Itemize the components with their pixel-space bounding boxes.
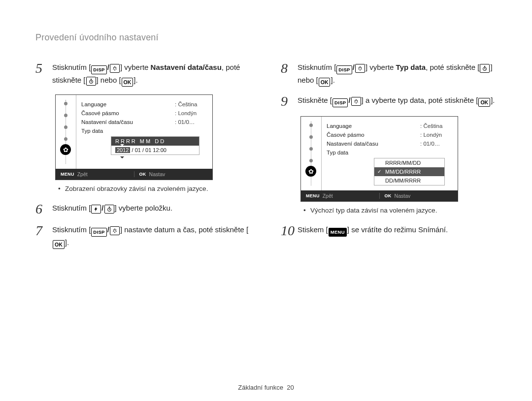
slash: / <box>101 204 103 212</box>
text: RRRR MM DD <box>115 138 166 144</box>
right-column: 8 Stisknutím [DISP/] vyberte Typ data, p… <box>281 62 497 257</box>
disp-key-icon: DISP <box>91 228 106 237</box>
step-body: Stisknutím [DISP/] vyberte Typ data, pot… <box>298 62 497 87</box>
menu-row-language: Language : Čeština <box>327 122 453 130</box>
menu-row-type: Typ data <box>81 126 207 135</box>
footer-back-label: Zpět <box>323 193 333 199</box>
date-format-header: RRRR MM DD <box>111 137 199 146</box>
screen-footer: MENU Zpět OK Nastav <box>56 169 212 180</box>
type-option: RRRR/MM/DD <box>374 158 444 167</box>
step-8: 8 Stisknutím [DISP/] vyberte Typ data, p… <box>281 62 497 87</box>
text: Stisknutím [ <box>52 63 91 71</box>
screen-sidebar: ✿ <box>301 117 322 190</box>
label: Typ data <box>81 128 103 134</box>
text: ] vyberte položku. <box>115 204 173 212</box>
text: Stiskem [ <box>298 225 328 234</box>
left-column: 5 Stisknutím [DISP/] vyberte Nastavení d… <box>35 62 251 257</box>
menu-key-icon: MENU <box>329 228 347 237</box>
text: ] nastavte datum a čas, poté stiskněte [ <box>120 225 248 234</box>
step-number: 5 <box>35 62 52 87</box>
type-option: DD/MM/RRRR <box>374 176 444 185</box>
ok-key-icon: OK <box>319 78 331 87</box>
text: ] a vyberte typ data, poté stiskněte [ <box>362 96 478 104</box>
menu-key-label: MENU <box>61 172 74 177</box>
note-left: Zobrazení obrazovky závisí na zvoleném j… <box>58 185 251 192</box>
step-number: 8 <box>281 62 298 87</box>
flower-key-icon <box>355 64 365 73</box>
label: Language <box>81 101 106 107</box>
step-body: Stisknutím [/] vyberte položku. <box>52 202 251 216</box>
menu-key-label: MENU <box>306 193 320 198</box>
step-number: 9 <box>281 94 298 108</box>
menu-row-timezone: Časové pásmo : Londýn <box>327 130 453 139</box>
text: ] se vrátíte do režimu Snímání. <box>347 225 448 234</box>
bold-text: Nastavení data/času <box>151 63 222 71</box>
step-number: 10 <box>281 224 298 238</box>
value: : 01/0… <box>175 119 207 125</box>
text: ] vyberte <box>366 63 396 71</box>
text: , poté stiskněte [ <box>426 63 479 71</box>
text: ] vyberte <box>120 63 151 71</box>
step-number: 6 <box>35 202 52 216</box>
menu-row-datetime: Nastavení data/času : 01/0… <box>81 118 207 126</box>
bold-text: Typ data <box>396 63 426 71</box>
gear-icon: ✿ <box>305 166 316 177</box>
step-10: 10 Stiskem [MENU] se vrátíte do režimu S… <box>281 224 497 238</box>
text: Stisknutím [ <box>52 204 91 212</box>
value: : 01/0… <box>420 141 453 147</box>
slash: / <box>107 225 109 234</box>
menu-row-timezone: Časové pásmo : Londýn <box>81 109 207 118</box>
screen-sidebar: ✿ <box>56 95 76 169</box>
flower-key-icon <box>110 226 120 235</box>
value: : Čeština <box>420 123 453 129</box>
disp-key-icon: DISP <box>91 65 106 74</box>
step-number: 7 <box>35 224 52 249</box>
ok-key-icon: OK <box>53 240 65 249</box>
text: ]. <box>491 96 495 104</box>
slash: / <box>353 63 355 71</box>
page-footer: Základní funkce 20 <box>0 384 532 391</box>
footer-section: Základní funkce <box>238 384 283 391</box>
footer-set-label: Nastav <box>395 193 411 199</box>
date-type-selector: RRRR/MM/DD MM/DD/RRRR DD/MM/RRRR <box>374 158 445 185</box>
value: : Londýn <box>420 132 453 138</box>
label: Časové pásmo <box>81 110 119 116</box>
ok-key-icon: OK <box>122 78 133 87</box>
menu-row-language: Language : Čeština <box>81 100 207 109</box>
timer-key-icon <box>86 77 96 86</box>
flower-key-icon <box>110 64 120 73</box>
flower-key-icon <box>351 97 361 106</box>
step-body: Stiskněte [DISP/] a vyberte typ data, po… <box>298 94 497 108</box>
label: Language <box>327 123 352 129</box>
text: Stisknutím [ <box>52 225 91 234</box>
date-editor: RRRR MM DD 2012 / 01 / 01 12:00 <box>111 136 200 155</box>
ok-key-label: OK <box>385 193 392 198</box>
text: ]. <box>331 76 334 84</box>
flash-key-icon <box>91 205 101 214</box>
date-year-selected: 2012 <box>115 147 130 153</box>
value: : Londýn <box>175 110 207 116</box>
step-7: 7 Stisknutím [DISP/] nastavte datum a ča… <box>35 224 251 249</box>
step-5: 5 Stisknutím [DISP/] vyberte Nastavení d… <box>35 62 251 87</box>
ok-key-icon: OK <box>478 98 490 107</box>
step-body: Stisknutím [DISP/] nastavte datum a čas,… <box>52 224 251 249</box>
text: Stisknutím [ <box>298 63 336 71</box>
camera-screen-date-type: ✿ Language : Čeština Časové pásmo : Lond… <box>300 116 458 202</box>
type-option-selected: MM/DD/RRRR <box>374 167 444 176</box>
note-right: Výchozí typ data závisí na voleném jazyc… <box>303 207 497 214</box>
disp-key-icon: DISP <box>332 98 348 107</box>
step-9: 9 Stiskněte [DISP/] a vyberte typ data, … <box>281 94 497 108</box>
text: ]. <box>133 76 137 84</box>
footer-page-number: 20 <box>287 384 294 391</box>
slash: / <box>107 63 109 71</box>
label: Typ data <box>327 150 348 155</box>
timer-key-icon <box>480 64 490 73</box>
camera-screen-datetime: ✿ Language : Čeština Časové pásmo : Lond… <box>55 94 213 180</box>
timer-key-icon <box>104 205 114 214</box>
text: Stiskněte [ <box>298 96 332 104</box>
step-body: Stiskem [MENU] se vrátíte do režimu Sním… <box>298 224 497 238</box>
step-body: Stisknutím [DISP/] vyberte Nastavení dat… <box>52 62 251 87</box>
text: ]. <box>65 238 69 247</box>
label: Nastavení data/času <box>327 141 378 147</box>
caret-down-icon <box>120 156 124 158</box>
